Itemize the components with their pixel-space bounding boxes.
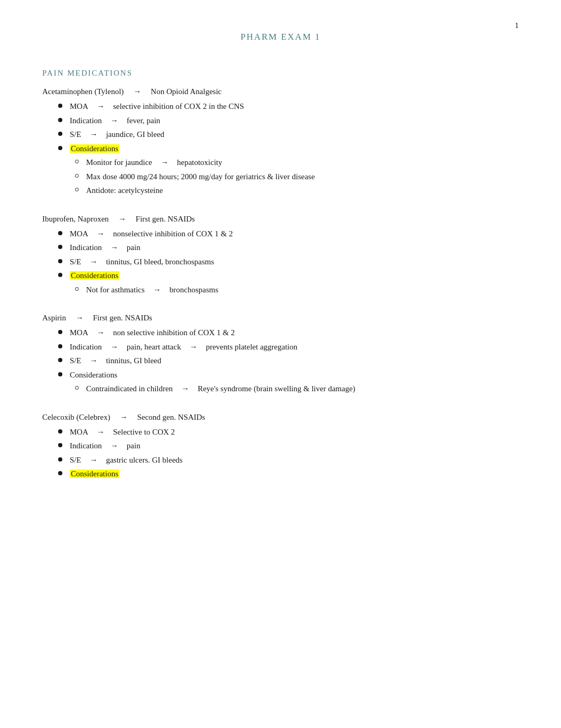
- drug-name: Acetaminophen (Tylenol): [42, 87, 124, 96]
- bullet-item: Indication→pain: [58, 440, 519, 452]
- bullet-label: S/E: [70, 356, 81, 365]
- bullet-label: MOA: [70, 102, 88, 110]
- sub-arrow-text: bronchospasms: [170, 285, 219, 294]
- arrow-icon: →: [153, 285, 161, 294]
- sub-text: Contraindicated in children: [86, 384, 173, 393]
- bullet-label: S/E: [70, 130, 81, 139]
- sub-text: Monitor for jaundice: [86, 158, 152, 167]
- drug-name: Celecoxib (Celebrex): [42, 413, 110, 421]
- bullet-label: Indication: [70, 441, 102, 450]
- arrow-icon: →: [76, 314, 83, 322]
- drug-header-ibuprofen: Ibuprofen, Naproxen→First gen. NSAIDs: [42, 215, 519, 224]
- drug-block-acetaminophen: Acetaminophen (Tylenol)→Non Opioid Analg…: [42, 87, 519, 199]
- bullet-content: S/E→gastric ulcers. GI bleeds: [70, 454, 519, 466]
- drug-name: Ibuprofen, Naproxen: [42, 215, 109, 223]
- drug-block-aspirin: Aspirin→First gen. NSAIDsMOA→non selecti…: [42, 314, 519, 397]
- sub-bullet-item: Monitor for jaundice→hepatotoxicity: [75, 156, 519, 169]
- bullet-item: S/E→tinnitus, GI bleed: [58, 355, 519, 367]
- arrow-icon: →: [90, 456, 98, 464]
- drug-category: Second gen. NSAIDs: [137, 413, 205, 421]
- bullet-text: fever, pain: [127, 116, 161, 125]
- drug-bullets-acetaminophen: MOA→selective inhibition of COX 2 in the…: [42, 100, 519, 199]
- bullet-label: S/E: [70, 456, 81, 464]
- bullet-item: Indication→fever, pain: [58, 115, 519, 127]
- bullet-content: MOA→Selective to COX 2: [70, 426, 519, 438]
- bullet-dot: [58, 146, 62, 150]
- bullet-label: Indication: [70, 243, 102, 252]
- arrow-icon: →: [133, 87, 141, 96]
- bullet-content: S/E→jaundice, GI bleed: [70, 128, 519, 141]
- sub-arrow-text: Reye's syndrome (brain swelling & liver …: [198, 384, 355, 393]
- bullet-text: selective inhibition of COX 2 in the CNS: [113, 102, 244, 110]
- section-title: PAIN MEDICATIONS: [42, 69, 519, 78]
- bullet-content: Indication→pain: [70, 440, 519, 452]
- arrow-icon: →: [110, 243, 118, 252]
- page-number: 1: [515, 21, 519, 30]
- sub-text: Not for asthmatics: [86, 285, 145, 294]
- bullet-dot: [58, 104, 62, 108]
- bullet-text: tinnitus, GI bleed: [106, 356, 162, 365]
- drug-bullets-ibuprofen: MOA→nonselective inhibition of COX 1 & 2…: [42, 228, 519, 298]
- bullet-item: MOA→selective inhibition of COX 2 in the…: [58, 100, 519, 113]
- bullet-content: MOA→non selective inhibition of COX 1 & …: [70, 327, 519, 339]
- bullet-dot: [58, 457, 62, 462]
- bullet-label: S/E: [70, 257, 81, 266]
- bullet-text: non selective inhibition of COX 1 & 2: [113, 328, 235, 337]
- drug-name: Aspirin: [42, 314, 66, 322]
- arrow-icon: →: [97, 328, 105, 337]
- sub-bullet-item: Antidote: acetylcysteine: [75, 185, 519, 197]
- bullet-item: ConsiderationsMonitor for jaundice→hepat…: [58, 143, 519, 199]
- arrow-icon: →: [110, 441, 118, 450]
- bullet-content: Indication→pain: [70, 242, 519, 254]
- drug-category: Non Opioid Analgesic: [151, 87, 221, 96]
- sub-bullet-content: Not for asthmatics→bronchospasms: [86, 284, 519, 296]
- bullet-content: ConsiderationsMonitor for jaundice→hepat…: [70, 143, 519, 199]
- bullet-dot: [58, 118, 62, 122]
- bullet-item: Indication→pain, heart attack→prevents p…: [58, 341, 519, 353]
- arrow-icon: →: [118, 215, 126, 223]
- arrow-icon: →: [90, 257, 98, 266]
- bullet-label: Indication: [70, 343, 102, 351]
- sub-bullet-content: Monitor for jaundice→hepatotoxicity: [86, 156, 519, 169]
- bullet-item: Considerations: [58, 468, 519, 480]
- bullet-dot: [58, 344, 62, 348]
- bullet-label: MOA: [70, 428, 88, 436]
- bullet-text: tinnitus, GI bleed, bronchospasms: [106, 257, 214, 266]
- bullet-text: pain: [127, 441, 141, 450]
- bullet-item: MOA→Selective to COX 2: [58, 426, 519, 438]
- sub-bullet-dot: [75, 174, 79, 178]
- sub-bullet-item: Contraindicated in children→Reye's syndr…: [75, 383, 519, 395]
- arrow-icon: →: [110, 116, 118, 125]
- bullet-item: MOA→nonselective inhibition of COX 1 & 2: [58, 228, 519, 240]
- sub-bullet-list: Not for asthmatics→bronchospasms: [70, 284, 519, 296]
- bullet-item: S/E→gastric ulcers. GI bleeds: [58, 454, 519, 466]
- bullet-arrow2-text: prevents platelet aggregation: [206, 343, 297, 351]
- bullet-label: MOA: [70, 328, 88, 337]
- bullet-label: Considerations: [70, 469, 119, 478]
- bullet-text: nonselective inhibition of COX 1 & 2: [113, 229, 233, 238]
- arrow-icon: →: [90, 130, 98, 139]
- bullet-dot: [58, 231, 62, 235]
- sub-bullet-dot: [75, 287, 79, 291]
- page-title: PHARM EXAM 1: [42, 32, 519, 42]
- drug-block-ibuprofen: Ibuprofen, Naproxen→First gen. NSAIDsMOA…: [42, 215, 519, 298]
- bullet-dot: [58, 132, 62, 136]
- bullet-text: pain, heart attack: [127, 343, 181, 351]
- bullet-label: Considerations: [70, 371, 117, 379]
- sub-bullet-dot: [75, 386, 79, 390]
- arrow-icon: →: [97, 102, 105, 110]
- bullet-dot: [58, 471, 62, 475]
- sub-bullet-dot: [75, 188, 79, 191]
- bullet-text: gastric ulcers. GI bleeds: [106, 456, 183, 464]
- arrow-icon: →: [90, 356, 98, 365]
- drug-header-celecoxib: Celecoxib (Celebrex)→Second gen. NSAIDs: [42, 413, 519, 422]
- sub-bullet-list: Monitor for jaundice→hepatotoxicityMax d…: [70, 156, 519, 197]
- bullet-label: MOA: [70, 229, 88, 238]
- sub-bullet-content: Max dose 4000 mg/24 hours; 2000 mg/day f…: [86, 171, 519, 183]
- bullet-content: S/E→tinnitus, GI bleed, bronchospasms: [70, 256, 519, 268]
- arrow-icon: →: [110, 343, 118, 351]
- bullet-content: ConsiderationsContraindicated in childre…: [70, 369, 519, 397]
- sub-arrow-text: hepatotoxicity: [177, 158, 222, 167]
- bullet-content: ConsiderationsNot for asthmatics→broncho…: [70, 270, 519, 298]
- bullet-item: S/E→jaundice, GI bleed: [58, 128, 519, 141]
